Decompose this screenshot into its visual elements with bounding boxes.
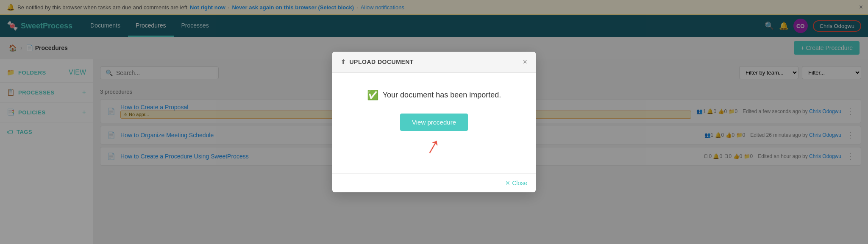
modal-header: ⬆ UPLOAD DOCUMENT × <box>332 52 536 73</box>
modal-overlay: ⬆ UPLOAD DOCUMENT × ✅ Your document has … <box>0 0 868 244</box>
view-procedure-button[interactable]: View procedure <box>400 114 468 131</box>
modal-title: ⬆ UPLOAD DOCUMENT <box>341 58 414 65</box>
red-arrow-icon: ↑ <box>424 134 444 157</box>
modal-body: ✅ Your document has been imported. View … <box>332 73 536 174</box>
modal-close-link[interactable]: ✕ Close <box>505 180 527 186</box>
arrow-indicator: ↑ <box>400 139 468 155</box>
upload-document-modal: ⬆ UPLOAD DOCUMENT × ✅ Your document has … <box>332 52 536 193</box>
upload-icon: ⬆ <box>341 58 346 65</box>
success-check-icon: ✅ <box>367 90 378 101</box>
modal-footer: ✕ Close <box>332 173 536 192</box>
modal-close-button[interactable]: × <box>523 58 527 67</box>
success-message: ✅ Your document has been imported. <box>345 90 523 101</box>
